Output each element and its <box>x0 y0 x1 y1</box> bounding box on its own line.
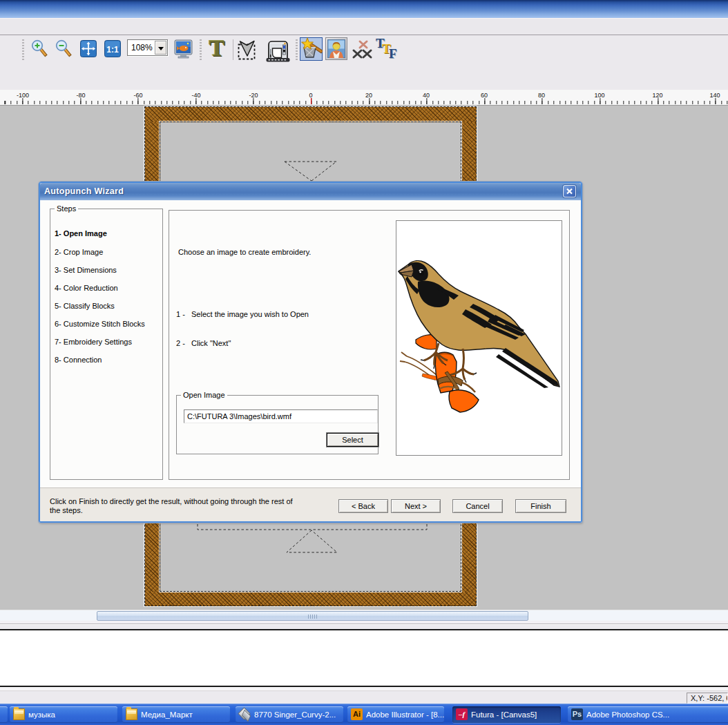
svg-text:1:1: 1:1 <box>106 45 119 55</box>
